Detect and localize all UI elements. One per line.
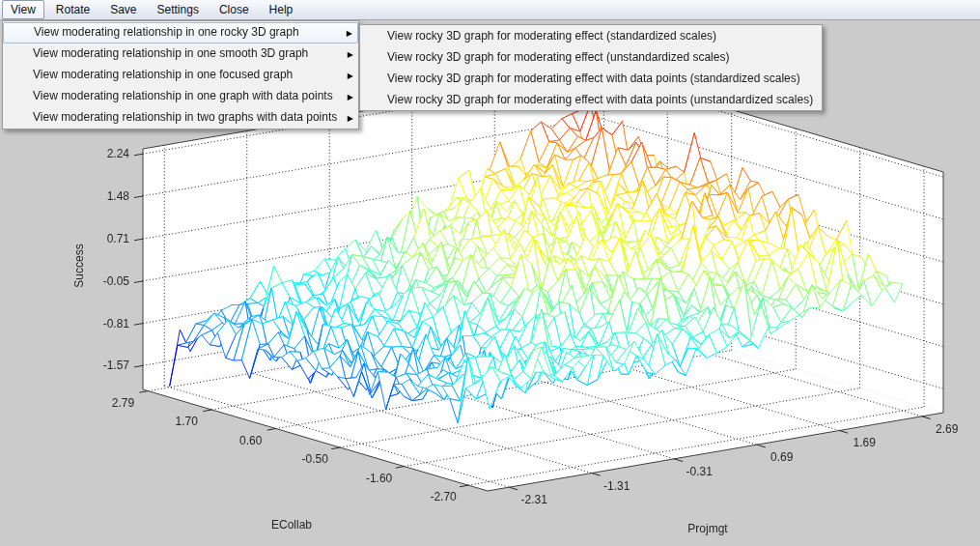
dropdown-item-label: View moderating relationship in one grap…	[33, 89, 333, 102]
dropdown-item-3[interactable]: View moderating relationship in one focu…	[3, 65, 358, 86]
submenu-item-2[interactable]: View rocky 3D graph for moderating effec…	[360, 47, 822, 69]
dropdown-item-label: View moderating relationship in one smoo…	[33, 46, 308, 60]
submenu-arrow-icon: ▶	[348, 108, 353, 129]
submenu-arrow-icon: ▶	[347, 24, 352, 43]
menu-rotate[interactable]: Rotate	[47, 0, 98, 19]
dropdown-item-2[interactable]: View moderating relationship in one smoo…	[3, 43, 358, 65]
menu-save[interactable]: Save	[101, 0, 145, 19]
dropdown-item-4[interactable]: View moderating relationship in one grap…	[3, 86, 358, 107]
menu-bar: ViewRotateSaveSettingsCloseHelp	[0, 0, 980, 20]
dropdown-item-1[interactable]: View moderating relationship in one rock…	[3, 22, 358, 43]
menu-settings[interactable]: Settings	[149, 0, 208, 19]
dropdown-item-label: View moderating relationship in one rock…	[34, 25, 299, 39]
submenu-item-4[interactable]: View rocky 3D graph for moderating effec…	[360, 90, 822, 111]
rocky-3d-submenu: View rocky 3D graph for moderating effec…	[359, 24, 823, 111]
submenu-arrow-icon: ▶	[348, 87, 353, 107]
submenu-item-3[interactable]: View rocky 3D graph for moderating effec…	[360, 69, 822, 90]
menu-help[interactable]: Help	[261, 0, 302, 19]
submenu-item-1[interactable]: View rocky 3D graph for moderating effec…	[360, 26, 822, 47]
dropdown-item-label: View moderating relationship in one focu…	[33, 68, 293, 81]
submenu-arrow-icon: ▶	[348, 44, 353, 65]
menu-view[interactable]: View	[2, 0, 44, 19]
view-dropdown-menu: View moderating relationship in one rock…	[2, 20, 359, 129]
dropdown-item-5[interactable]: View moderating relationship in two grap…	[3, 107, 358, 129]
menu-close[interactable]: Close	[210, 0, 258, 19]
submenu-arrow-icon: ▶	[348, 66, 353, 86]
dropdown-item-label: View moderating relationship in two grap…	[33, 110, 337, 124]
